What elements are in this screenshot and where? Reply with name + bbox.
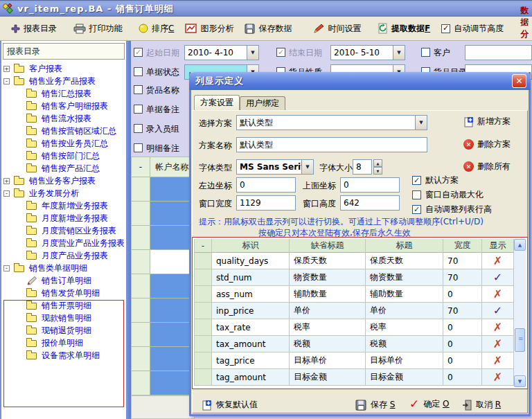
window-width-input[interactable] bbox=[236, 195, 296, 211]
doc-note-checkbox[interactable] bbox=[134, 105, 143, 114]
tree-item[interactable]: 月度新增业务报表 bbox=[1, 212, 127, 224]
tree-item[interactable]: 报价单明细 bbox=[1, 337, 127, 349]
hidden-mark-icon[interactable]: ✗ bbox=[493, 321, 502, 334]
delete-all-button[interactable]: ✕ 删除所有 bbox=[463, 161, 511, 172]
tree-item[interactable]: 月度营业产品业务报表 bbox=[1, 237, 127, 249]
tree-item[interactable]: 销售按产品汇总 bbox=[1, 162, 127, 175]
column-row-ass-num[interactable]: ass_num辅助数量 辅助数量0 ✗ bbox=[194, 286, 514, 303]
shown-mark-icon[interactable]: ✓ bbox=[493, 271, 502, 284]
tree-item[interactable]: 年度新增业务报表 bbox=[1, 199, 127, 212]
grid-row[interactable] bbox=[131, 226, 195, 250]
header-title[interactable]: 标题 bbox=[366, 239, 443, 253]
save-button[interactable]: 保存 S bbox=[355, 399, 395, 411]
expand-toggle-icon[interactable]: + bbox=[3, 178, 10, 184]
dropdown-arrow-icon[interactable] bbox=[301, 160, 313, 174]
tree-item[interactable]: 现款销售明细 bbox=[1, 312, 127, 324]
auto-max-checkbox[interactable] bbox=[412, 190, 421, 199]
ok-button[interactable]: ✓ 确定 O bbox=[409, 397, 450, 411]
collapse-toggle-icon[interactable]: - bbox=[3, 265, 10, 271]
header-default-title[interactable]: 缺省标题 bbox=[290, 239, 366, 253]
header-show[interactable]: 显示 bbox=[482, 239, 514, 253]
column-row-tax-rate[interactable]: tax_rate税率 税率0 ✗ bbox=[194, 319, 514, 336]
tree-item-sales-product-reports[interactable]: -销售业务产品报表 bbox=[1, 75, 127, 87]
window-height-input[interactable] bbox=[340, 195, 400, 211]
account-name-header[interactable]: 帐户名称 bbox=[150, 157, 195, 177]
delete-plan-button[interactable]: ✕ 删除方案 bbox=[463, 139, 511, 150]
cancel-button[interactable]: 取消 R bbox=[462, 399, 501, 411]
tab-plan-settings[interactable]: 方案设置 bbox=[194, 95, 240, 110]
shown-mark-icon[interactable]: ✓ bbox=[493, 304, 502, 317]
hidden-mark-icon[interactable]: ✗ bbox=[493, 337, 502, 350]
customer-checkbox[interactable] bbox=[421, 48, 430, 57]
grid-row[interactable] bbox=[131, 177, 195, 202]
tree-item-sales-customer-reports[interactable]: +销售业务客户报表 bbox=[1, 175, 127, 187]
grid-row[interactable] bbox=[131, 371, 195, 395]
hidden-mark-icon[interactable]: ✗ bbox=[493, 287, 502, 301]
auto-max-check[interactable]: 窗口自动最大化 bbox=[412, 189, 484, 201]
tree-item[interactable]: 销售按业务员汇总 bbox=[1, 137, 127, 150]
expand-toggle-icon[interactable]: + bbox=[3, 66, 10, 72]
tree-item-customer-reports[interactable]: +客户报表 bbox=[1, 62, 127, 75]
grid-row[interactable] bbox=[131, 323, 195, 347]
doc-status-checkbox[interactable] bbox=[134, 67, 143, 76]
tree-item-sales-order-detail-selected[interactable]: 销售订单明细 bbox=[1, 274, 127, 287]
sidebar-splitter[interactable] bbox=[126, 41, 131, 419]
dropdown-arrow-icon[interactable] bbox=[247, 46, 258, 60]
goods-name-checkbox[interactable] bbox=[134, 85, 143, 94]
tree-item[interactable]: 销售流水报表 bbox=[1, 112, 127, 125]
start-date-checkbox[interactable] bbox=[134, 48, 143, 57]
end-date-combobox[interactable]: 2010- 5-10 bbox=[330, 45, 405, 60]
time-setting-button[interactable]: 时间设置 bbox=[309, 21, 365, 37]
spin-up-icon[interactable]: ▲ bbox=[373, 159, 382, 167]
entry-group-checkbox[interactable] bbox=[134, 124, 143, 133]
grid-row[interactable] bbox=[131, 298, 195, 323]
chart-analysis-button[interactable]: 图形分析 bbox=[181, 21, 238, 37]
tree-item[interactable]: 月度产品业务报表 bbox=[1, 249, 127, 262]
tab-user-binding[interactable]: 用户绑定 bbox=[240, 96, 285, 110]
left-coord-input[interactable] bbox=[236, 177, 296, 193]
scroll-track[interactable] bbox=[514, 251, 526, 375]
hidden-mark-icon[interactable]: ✗ bbox=[493, 254, 502, 267]
tree-item[interactable]: 设备需求单明细 bbox=[1, 349, 127, 362]
start-date-combobox[interactable]: 2010- 4-10 bbox=[184, 45, 259, 60]
customer-input[interactable] bbox=[465, 45, 532, 60]
grid-row[interactable] bbox=[131, 347, 195, 371]
auto-height-toggle[interactable]: 自动调节高度 bbox=[437, 21, 508, 37]
scroll-down-icon[interactable]: ▼ bbox=[514, 375, 526, 387]
end-date-checkbox[interactable] bbox=[276, 48, 285, 57]
tree-item[interactable]: 销售按部门汇总 bbox=[1, 150, 127, 162]
dropdown-arrow-icon[interactable] bbox=[393, 46, 405, 60]
grid-row-selected[interactable] bbox=[131, 250, 195, 274]
auto-row-height-check[interactable]: 自动调整列表行高 bbox=[412, 204, 492, 215]
default-plan-check[interactable]: 默认方案 bbox=[412, 175, 459, 186]
hidden-mark-icon[interactable]: ✗ bbox=[493, 371, 502, 384]
sort-button[interactable]: 排序C bbox=[134, 21, 178, 37]
print-button[interactable]: 打印功能 bbox=[69, 21, 127, 37]
detail-note-checkbox[interactable] bbox=[134, 143, 143, 152]
add-plan-button[interactable]: 新增方案 bbox=[463, 116, 511, 127]
tree-item-sales-doc-details[interactable]: -销售类单据明细 bbox=[1, 262, 127, 274]
default-plan-checkbox[interactable] bbox=[412, 176, 421, 185]
tree-item[interactable]: 销售开票明细 bbox=[1, 299, 127, 312]
tree-item[interactable]: 销售按营销区域汇总 bbox=[1, 125, 127, 137]
select-plan-combobox[interactable]: 默认类型 bbox=[236, 115, 427, 130]
grid-row[interactable] bbox=[131, 202, 195, 226]
font-type-combobox[interactable]: MS Sans Serif bbox=[236, 159, 314, 175]
plan-name-input[interactable] bbox=[236, 137, 427, 152]
tree-item[interactable]: 销售发货单明细 bbox=[1, 287, 127, 299]
column-row-std-num[interactable]: std_num物资数量 物资数量70 ✓ bbox=[194, 269, 514, 286]
header-width[interactable]: 宽度 bbox=[443, 239, 482, 253]
tree-item[interactable]: 月度营销区业务报表 bbox=[1, 224, 127, 237]
restore-default-button[interactable]: 恢复默认值 bbox=[202, 399, 258, 411]
column-row-inp-price[interactable]: inp_price单价 单价70 ✓ bbox=[194, 303, 514, 319]
dialog-close-button[interactable]: ✕ bbox=[512, 74, 526, 88]
report-dir-button[interactable]: 报表目录 bbox=[7, 21, 61, 37]
column-row-tag-price[interactable]: tag_price目标单价 目标单价0 ✗ bbox=[194, 353, 514, 369]
collapse-toggle-icon[interactable]: - bbox=[3, 78, 10, 84]
dropdown-arrow-icon[interactable] bbox=[415, 116, 427, 130]
save-data-button[interactable]: 保存数据 bbox=[240, 21, 296, 37]
spin-down-icon[interactable]: ▼ bbox=[373, 167, 382, 175]
header-id[interactable]: 标识 bbox=[212, 239, 290, 253]
tree-item[interactable]: 现销退货明细 bbox=[1, 324, 127, 337]
fetch-data-button[interactable]: 提取数据F bbox=[373, 21, 434, 37]
